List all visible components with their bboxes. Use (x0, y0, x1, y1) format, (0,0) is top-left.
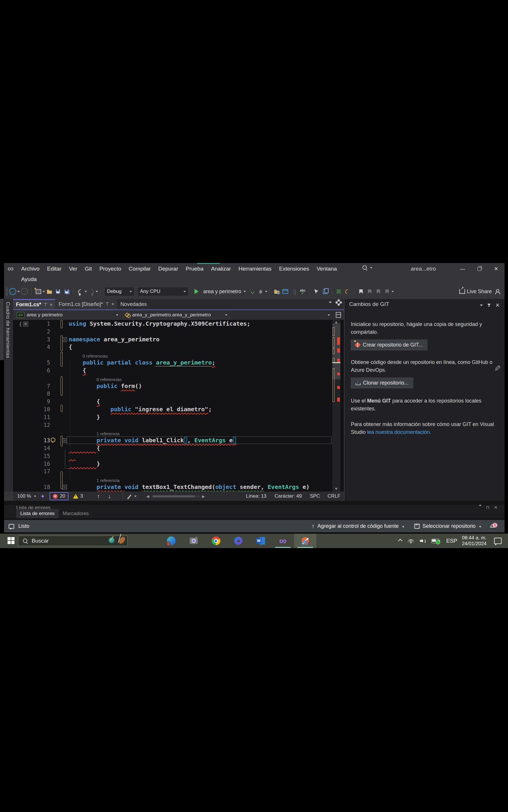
undo-button[interactable] (77, 287, 84, 296)
add-collaborator-button[interactable] (494, 287, 501, 296)
document-tab[interactable]: Novedades (118, 299, 150, 309)
taskbar-app-edge[interactable] (160, 533, 182, 548)
document-tab[interactable]: Form1.cs [Diseño]*⊤× (56, 299, 118, 309)
split-window-button[interactable] (336, 312, 341, 318)
bottom-panel-tab[interactable]: Marcadores (58, 509, 93, 518)
documentation-link[interactable]: lea nuestra documentación. (367, 429, 431, 435)
editor-horizontal-scrollbar[interactable] (152, 495, 200, 497)
sync-with-active-document-button[interactable] (282, 287, 289, 296)
error-count-button[interactable]: ✕ 20 (50, 492, 69, 500)
save-all-button[interactable] (64, 287, 70, 296)
taskbar-app-chrome[interactable] (205, 533, 227, 548)
indent-lines-button[interactable] (336, 287, 342, 296)
feedback-icon[interactable] (9, 524, 14, 529)
column-guides-button[interactable] (291, 287, 297, 296)
startup-project-label[interactable]: area y perimetro (203, 289, 241, 295)
pin-icon[interactable]: ⊤ (43, 302, 47, 307)
tray-expand-icon[interactable] (398, 539, 403, 543)
gear-icon[interactable] (337, 301, 340, 304)
menu-item[interactable]: Git (81, 266, 96, 272)
toggle-bookmark-button[interactable] (358, 287, 364, 296)
fold-toggle[interactable]: - (62, 438, 67, 443)
clear-bookmarks-button[interactable] (384, 287, 390, 296)
maximize-panel-icon[interactable]: ⊓ (486, 505, 490, 509)
select-repository-button[interactable]: Seleccionar repositorio (422, 523, 475, 529)
volume-icon[interactable] (420, 538, 426, 544)
document-tab[interactable]: Form1.cs*⊤× (13, 299, 56, 309)
start-without-debugging-button[interactable] (249, 287, 255, 296)
close-tab-icon[interactable]: × (50, 302, 52, 308)
hscroll-right-icon[interactable]: ▶ (202, 494, 205, 499)
member-dropdown[interactable] (328, 314, 330, 316)
taskbar-app-m365[interactable] (227, 533, 249, 548)
keyboard-language[interactable]: ESP (446, 538, 457, 544)
lightbulb-icon[interactable] (51, 438, 55, 442)
repository-dropdown[interactable] (479, 525, 481, 527)
line-ending-indicator[interactable]: CRLF (328, 493, 340, 499)
zoom-level[interactable]: 100 % (17, 493, 31, 499)
menu-item[interactable]: Herramientas (235, 266, 275, 272)
next-bookmark-button[interactable] (375, 287, 382, 296)
live-share-button[interactable]: Live Share (459, 287, 492, 296)
start-debugging-button[interactable] (194, 287, 200, 296)
code-editor[interactable]: { 1using System.Security.Cryptography.X5… (13, 320, 344, 492)
taskbar-app-visual-studio[interactable]: ∞ (272, 533, 294, 548)
action-center-icon[interactable] (494, 538, 502, 544)
spaces-indicator[interactable]: SPC (310, 493, 320, 499)
menu-item[interactable]: Archivo (17, 266, 43, 272)
bottom-panel-tab[interactable]: Lista de errores (16, 509, 58, 518)
intellisense-icon[interactable]: ✦ (40, 493, 45, 500)
redo-dropdown[interactable] (96, 291, 98, 292)
menu-item[interactable]: Ayuda (17, 276, 41, 283)
fold-toggle[interactable]: - (62, 485, 67, 489)
taskbar-app-word[interactable]: W (249, 533, 272, 548)
close-button[interactable]: ✕ (488, 263, 505, 274)
warning-count-button[interactable]: 3 (73, 493, 83, 499)
taskbar-app-snipping-tool[interactable] (294, 533, 316, 548)
sidebar-item-toolbox[interactable]: Cuadro de herramientas (5, 302, 11, 358)
type-dropdown[interactable]: area_y_perimetro.area_y_perimetro (123, 311, 230, 319)
menu-item[interactable]: Ventana (313, 266, 341, 272)
redo-button[interactable] (88, 287, 94, 296)
menu-item[interactable]: Compilar (125, 266, 155, 272)
editor-vertical-scrollbar[interactable]: ▲ ▼ (332, 320, 340, 492)
menu-item[interactable]: Prueba (182, 266, 207, 272)
navigate-back-button[interactable]: ← (9, 287, 16, 296)
undo-dropdown[interactable] (85, 291, 87, 292)
wifi-icon[interactable] (407, 538, 415, 544)
pin-icon[interactable] (489, 304, 490, 307)
code-cleanup-button[interactable] (344, 287, 350, 296)
source-control-dropdown[interactable] (402, 525, 405, 527)
scroll-down-icon[interactable]: ▼ (334, 486, 338, 491)
quick-search-button[interactable] (363, 265, 372, 270)
menu-item[interactable]: Editar (43, 266, 65, 272)
solution-platform-select[interactable]: Any CPU (137, 287, 188, 296)
find-in-files-button[interactable] (273, 287, 280, 296)
navigate-back-dropdown[interactable] (17, 291, 20, 292)
zoom-dropdown[interactable] (34, 496, 36, 497)
hot-reload-button[interactable] (257, 287, 264, 296)
selection-pointer-button[interactable] (313, 287, 320, 296)
tab-list-dropdown[interactable] (329, 302, 332, 303)
solution-configuration-select[interactable]: Debug (104, 287, 134, 296)
cursor-line-indicator[interactable]: Línea: 13 (246, 493, 266, 499)
hscroll-left-icon[interactable]: ◀ (146, 494, 149, 499)
previous-bookmark-button[interactable] (367, 287, 373, 296)
bookmarks-dropdown[interactable] (391, 291, 394, 292)
create-git-repo-button[interactable]: * Crear repositorio de GIT... (351, 340, 427, 350)
menu-item[interactable]: Ver (65, 266, 81, 272)
panel-options-dropdown[interactable] (480, 304, 483, 306)
taskbar-app-camera[interactable] (182, 533, 205, 548)
fold-toggle[interactable]: - (62, 337, 67, 342)
close-tab-icon[interactable]: × (111, 301, 114, 307)
close-panel-button[interactable]: ✕ (495, 302, 500, 308)
clock[interactable]: 08:44 a. m.24/01/2024 (462, 535, 486, 547)
pencil-icon[interactable]: ✎ (492, 365, 502, 372)
menu-item[interactable]: Analizar (207, 266, 235, 272)
previous-issue-button[interactable]: ↑ (97, 493, 100, 500)
hot-reload-dropdown[interactable] (265, 291, 267, 292)
clone-repo-button[interactable]: Clonar repositorio... (351, 378, 413, 388)
spell-check-button[interactable]: abc (299, 287, 306, 296)
close-panel-icon[interactable]: ✕ (494, 505, 498, 509)
notifications-bell-icon[interactable]: 1 (490, 524, 495, 529)
